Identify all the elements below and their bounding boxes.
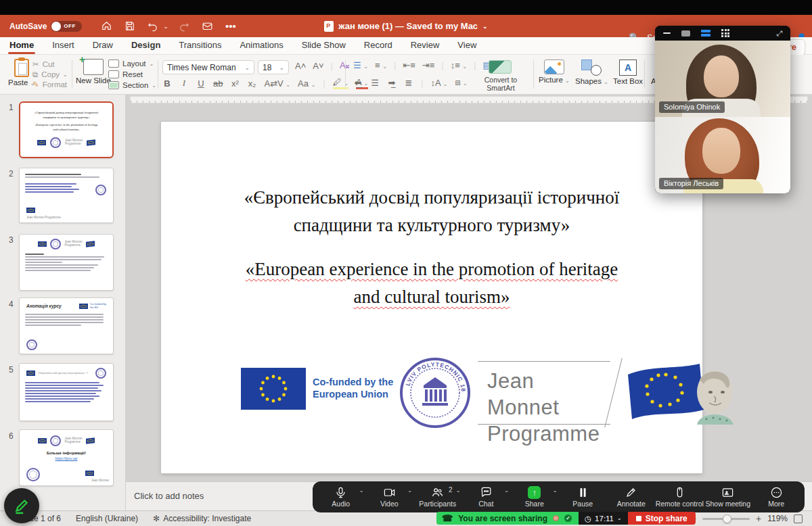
underline-button[interactable]: U [196, 78, 206, 89]
align-text-button[interactable]: ⧈ ⌄ [455, 77, 468, 88]
shrink-font-button[interactable]: A˅ [313, 61, 323, 71]
italic-button[interactable]: I [179, 78, 189, 89]
text-direction-button[interactable]: ↕A ⌄ [430, 78, 447, 88]
notes-placeholder[interactable]: Click to add notes [134, 491, 204, 501]
pause-button[interactable]: Pause [559, 481, 608, 512]
undo-icon[interactable] [145, 20, 159, 33]
undo-chevron-icon[interactable]: ⌄ [163, 23, 168, 30]
single-view-icon[interactable] [681, 30, 690, 37]
remote-control-button[interactable]: Remote control [656, 481, 704, 512]
slide-title-ukrainian[interactable]: «Європейський досвід популяризації істор… [181, 184, 682, 239]
grid-view-icon[interactable] [721, 29, 729, 37]
sharing-text: You are screen sharing [458, 514, 547, 523]
title-chevron-icon[interactable]: ⌄ [482, 23, 488, 30]
thumbnail-slide-2[interactable]: Jean Monnet Programme [19, 168, 114, 223]
shapes-button[interactable]: Shapes ⌄ [575, 59, 608, 85]
format-painter-button[interactable]: ✎Format [32, 80, 68, 89]
tab-draw[interactable]: Draw [93, 40, 113, 54]
annotate-button[interactable]: Annotate [607, 481, 656, 512]
record-icon[interactable] [553, 515, 559, 521]
line-spacing-button[interactable]: ↕≡ ⌄ [451, 60, 467, 70]
bullets-button[interactable]: ☰ ⌄ [353, 60, 368, 70]
grow-font-button[interactable]: A˄ [295, 61, 306, 71]
thumbnail-slide-1[interactable]: «Європейський досвід популяризації істор… [19, 101, 114, 158]
annotation-fab[interactable] [4, 488, 39, 523]
minimize-icon[interactable] [663, 32, 671, 34]
stop-share-button[interactable]: Stop share [628, 512, 696, 525]
participant-video-2[interactable]: Вікторія Леськів [655, 117, 790, 193]
mail-icon[interactable] [201, 20, 215, 33]
expand-icon[interactable]: ⤢ [776, 29, 782, 38]
font-size-select[interactable]: 18⌄ [258, 60, 289, 74]
tab-review[interactable]: Review [411, 40, 440, 54]
audio-button[interactable]: Audio⌄ [317, 481, 365, 512]
save-icon[interactable] [122, 20, 136, 33]
stacked-view-icon[interactable] [701, 30, 710, 37]
align-left-button[interactable]: ⬅̲ [353, 78, 363, 88]
more-toolbar-icon[interactable]: ••• [224, 20, 238, 33]
thumbnail-slide-3[interactable]: Jean MonnetProgramme [19, 234, 114, 291]
strikethrough-button[interactable]: ab [213, 78, 223, 89]
redo-icon[interactable] [178, 20, 191, 33]
superscript-button[interactable]: x² [230, 78, 240, 89]
fit-slide-button[interactable] [794, 515, 803, 523]
show-meeting-button[interactable]: Show meeting [704, 481, 752, 512]
phone-icon[interactable]: ☎ [442, 513, 453, 523]
accessibility-status[interactable]: ✻Accessibility: Investigate [153, 514, 251, 523]
tab-design[interactable]: Design [131, 40, 160, 54]
align-right-button[interactable]: ➡̲ [387, 78, 397, 88]
paste-button[interactable]: Paste ⌄ [8, 59, 35, 87]
tab-home[interactable]: Home [9, 40, 34, 54]
highlight-button[interactable]: 🖊 ⌄ [333, 77, 348, 89]
picture-button[interactable]: Picture ⌄ [539, 59, 570, 84]
share-screen-button[interactable]: ↑ Share⌄ [510, 481, 559, 512]
chat-button[interactable]: Chat⌄ [462, 481, 511, 512]
tab-record[interactable]: Record [364, 40, 392, 54]
autosave-control[interactable]: AutoSave OFF [9, 21, 82, 32]
zoom-in-button[interactable]: + [756, 513, 761, 524]
reset-button[interactable]: Reset [108, 70, 156, 78]
convert-smartart-label[interactable]: Convert to SmartArt [474, 76, 528, 92]
text-box-button[interactable]: A Text Box [613, 59, 643, 86]
new-slide-button[interactable]: New Slide [76, 59, 111, 85]
more-button[interactable]: More [752, 481, 801, 512]
change-case-button[interactable]: Aa ⌄ [298, 78, 315, 89]
document-title[interactable]: жан моне (1) — Saved to my Mac [338, 21, 478, 31]
tab-insert[interactable]: Insert [52, 40, 74, 54]
tab-slideshow[interactable]: Slide Show [302, 40, 346, 54]
meeting-video-panel[interactable]: ⤢ Solomiya Ohinok Вікторія Леськів [655, 26, 790, 193]
numbering-button[interactable]: ≡ ⌄ [375, 60, 387, 70]
thumbnail-slide-5[interactable]: «Європейський досвід популяризації...» [19, 363, 114, 421]
copy-button[interactable]: ⧉Copy ⌄ [32, 70, 68, 79]
home-icon[interactable] [99, 20, 113, 33]
slide-title-english[interactable]: «European experience in the promotion of… [181, 256, 682, 310]
tab-transitions[interactable]: Transitions [179, 40, 221, 54]
section-button[interactable]: Section ⌄ [108, 81, 156, 89]
character-spacing-button[interactable]: A⇄V ⌄ [264, 78, 290, 89]
zoom-slider[interactable] [702, 518, 750, 520]
align-center-button[interactable]: ☰ [370, 78, 380, 88]
tab-animations[interactable]: Animations [240, 40, 283, 54]
thumbnail-slide-6[interactable]: Jean MonnetProgramme Більше інформації! … [19, 429, 114, 486]
convert-smartart-button[interactable] [489, 60, 512, 74]
decrease-indent-button[interactable]: ⇤≡ [403, 60, 415, 70]
security-shield-icon[interactable]: ✓ [564, 515, 572, 522]
slide-editor[interactable]: «Європейський досвід популяризації істор… [161, 122, 702, 473]
thumbnail-slide-4[interactable]: Анотація курсу Co-funded bythe EU [19, 297, 114, 354]
participant-video-1[interactable]: Solomiya Ohinok [655, 41, 790, 117]
zoom-percentage[interactable]: 119% [767, 514, 788, 523]
cut-button[interactable]: ✂Cut [32, 59, 68, 69]
tab-view[interactable]: View [457, 40, 476, 54]
participants-button[interactable]: Participants 2⌄ [413, 481, 462, 512]
meeting-timer[interactable]: ◷ 17:11 ⌄ [579, 512, 628, 525]
increase-indent-button[interactable]: ⇥≡ [422, 60, 434, 70]
autosave-toggle[interactable]: OFF [51, 21, 82, 32]
video-button[interactable]: Video⌄ [365, 481, 414, 512]
language-status[interactable]: English (Ukraine) [76, 514, 138, 523]
justify-button[interactable]: ≣ [404, 78, 413, 88]
layout-button[interactable]: Layout ⌄ [108, 59, 156, 68]
zoom-slider-thumb[interactable] [723, 515, 731, 523]
font-name-select[interactable]: Times New Roman⌄ [162, 60, 254, 74]
subscript-button[interactable]: x₂ [247, 78, 256, 89]
bold-button[interactable]: B [162, 78, 172, 89]
